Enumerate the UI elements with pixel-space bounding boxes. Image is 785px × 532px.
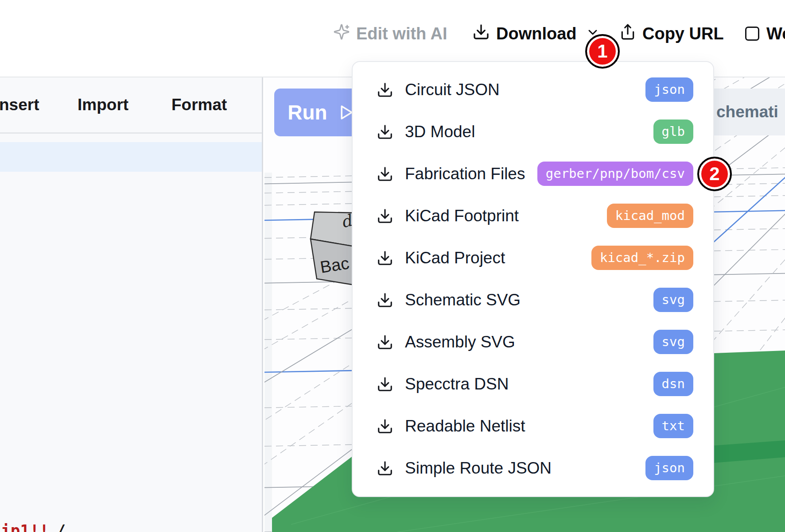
sparkles-icon <box>333 23 350 44</box>
component-box-3d: d Bac <box>311 211 358 285</box>
tab-schematic-truncated[interactable]: chemati <box>714 89 785 135</box>
editor-code-fragment: ip1!!/ <box>1 521 66 532</box>
tab-schematic-label: chemati <box>716 103 778 121</box>
download-icon <box>472 23 490 45</box>
menu-item-kicad-project[interactable]: KiCad Project kicad_*.zip <box>353 237 713 279</box>
scene-left-gutter <box>264 173 272 532</box>
menu-item-readable-netlist[interactable]: Readable Netlist txt <box>353 405 713 447</box>
download-icon <box>377 292 393 308</box>
download-icon <box>377 166 393 182</box>
annotation-circle-1: 1 <box>585 34 620 69</box>
annotation-number: 1 <box>597 41 607 62</box>
share-icon <box>619 23 636 44</box>
menu-item-label: Schematic SVG <box>405 291 653 309</box>
annotation-number: 2 <box>709 163 719 185</box>
format-badge: kicad_*.zip <box>591 246 693 270</box>
download-icon <box>377 334 393 351</box>
menu-item-3d-model[interactable]: 3D Model glb <box>353 111 713 153</box>
download-icon <box>377 81 393 98</box>
format-badge: json <box>645 77 693 101</box>
format-badge: txt <box>653 414 693 438</box>
menu-item-circuit-json[interactable]: Circuit JSON json <box>353 69 713 111</box>
format-badge: svg <box>653 330 693 354</box>
code-editor-pane[interactable]: nsert Import Format ip1!!/ <box>0 77 262 532</box>
format-badge: json <box>645 456 693 480</box>
menu-item-simple-route-json[interactable]: Simple Route JSON json <box>353 447 713 489</box>
checkbox-icon[interactable] <box>745 27 759 41</box>
annotation-circle-2: 2 <box>697 157 732 191</box>
editor-menubar: nsert Import Format <box>0 77 262 134</box>
menu-item-assembly-svg[interactable]: Assembly SVG svg <box>353 321 713 363</box>
menu-item-label: Simple Route JSON <box>405 459 645 478</box>
menu-item-kicad-footprint[interactable]: KiCad Footprint kicad_mod <box>353 195 713 237</box>
download-icon <box>377 208 393 224</box>
download-label: Download <box>496 24 577 43</box>
menu-item-fabrication-files[interactable]: Fabrication Files gerber/pnp/bom/csv <box>353 153 713 195</box>
menu-item-schematic-svg[interactable]: Schematic SVG svg <box>353 279 713 321</box>
menu-insert-truncated[interactable]: nsert <box>0 96 39 114</box>
edit-with-ai-label: Edit with AI <box>356 24 447 43</box>
editor-highlighted-line[interactable] <box>0 142 262 172</box>
format-badge: gerber/pnp/bom/csv <box>537 162 693 185</box>
menu-item-label: Readable Netlist <box>405 417 653 436</box>
download-button[interactable]: Download <box>472 18 600 50</box>
menu-format[interactable]: Format <box>171 96 227 114</box>
edit-with-ai-button[interactable]: Edit with AI <box>333 18 447 50</box>
web-checkbox-control[interactable]: We <box>745 18 785 50</box>
download-icon <box>377 123 393 140</box>
menu-item-label: Assembly SVG <box>405 333 653 351</box>
menu-item-specctra-dsn[interactable]: Specctra DSN dsn <box>353 363 713 405</box>
download-dropdown-menu: Circuit JSON json 3D Model glb Fabricati… <box>352 61 714 497</box>
menu-item-label: Specctra DSN <box>405 375 653 393</box>
pane-divider[interactable] <box>262 77 263 532</box>
menu-item-label: KiCad Footprint <box>405 207 607 225</box>
download-icon <box>377 376 393 393</box>
format-badge: dsn <box>653 372 693 396</box>
menu-item-label: KiCad Project <box>405 249 591 267</box>
run-label: Run <box>288 100 327 124</box>
menu-item-label: Fabrication Files <box>405 165 537 183</box>
format-badge: svg <box>653 288 693 312</box>
copy-url-button[interactable]: Copy URL <box>619 18 724 50</box>
download-icon <box>377 460 393 477</box>
menu-import[interactable]: Import <box>78 96 128 114</box>
download-icon <box>377 418 393 435</box>
format-badge: kicad_mod <box>607 204 693 227</box>
download-icon <box>377 250 393 266</box>
format-badge: glb <box>653 120 693 143</box>
menu-item-label: Circuit JSON <box>405 81 645 99</box>
menu-item-label: 3D Model <box>405 123 653 141</box>
web-toggle-label: We <box>766 24 785 43</box>
copy-url-label: Copy URL <box>642 24 724 43</box>
